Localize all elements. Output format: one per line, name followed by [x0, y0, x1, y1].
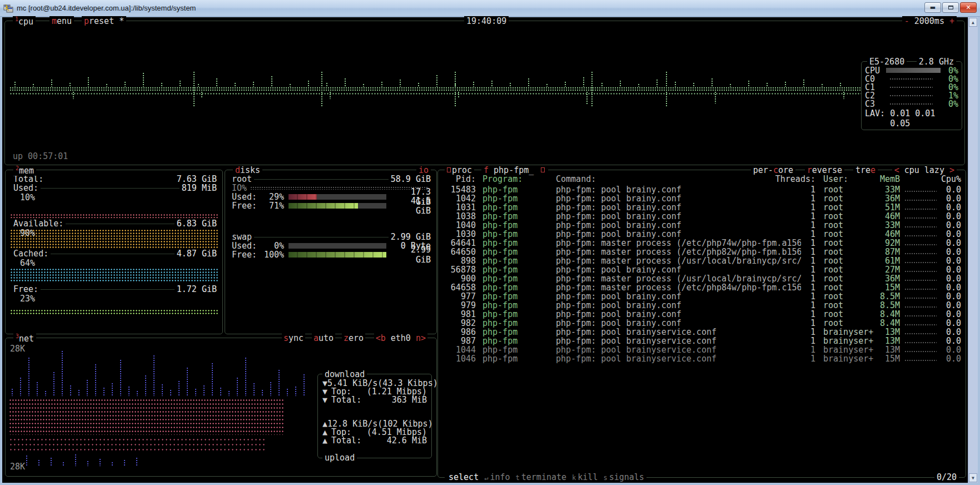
iface-prev-button[interactable]: <b [376, 333, 386, 343]
net-zero-toggle[interactable]: zero [342, 333, 365, 343]
mem-box-toggle[interactable]: 2mem [13, 165, 36, 176]
cpu-box: 1cpu menu preset * 19:40:09 - 2000ms + u… [4, 21, 965, 165]
mem-cached-percent: 64% [6, 258, 222, 267]
update-interval: - 2000ms + [902, 16, 957, 26]
proc-box: proc f php-fpm_ per-core reverse tree < … [437, 170, 966, 478]
process-cpu-minigraph [904, 199, 937, 202]
process-row[interactable]: 987 php-fpm php-fpm: pool brainyservice.… [438, 336, 966, 345]
process-row[interactable]: 15483 php-fpm php-fpm: pool brainy.conf … [438, 185, 966, 194]
terminal-scrollbar[interactable]: ▲ ▼ [968, 17, 978, 483]
mem-free-percent: 23% [6, 294, 222, 303]
swap-used-bar [288, 243, 386, 249]
process-row[interactable]: 1038 php-fpm php-fpm: pool brainy.conf 1… [438, 212, 966, 221]
process-rows: 15483 php-fpm php-fpm: pool brainy.conf … [438, 185, 966, 363]
io-mode-toggle[interactable]: io [416, 165, 431, 175]
minimize-button[interactable]: ▬ [924, 2, 941, 13]
footer-action[interactable]: tterminate [516, 472, 567, 482]
process-row[interactable]: 900 php-fpm php-fpm: master process (/us… [438, 274, 966, 283]
clear-filter-button[interactable] [541, 167, 545, 172]
process-row[interactable]: 1040 php-fpm php-fpm: pool brainy.conf 1… [438, 221, 966, 230]
window-titlebar[interactable]: mc [root@ub24.itdeveloper.com.ua]:/lib/s… [0, 0, 980, 17]
process-row[interactable]: 1042 php-fpm php-fpm: pool brainy.conf 1… [438, 194, 966, 203]
core-graph [889, 95, 933, 97]
process-cpu-minigraph [904, 350, 937, 353]
disk-used-bar [288, 194, 386, 200]
swap-free-row: Free:100% 2.99 GiB [225, 250, 436, 259]
interval-minus-button[interactable]: - [904, 16, 909, 26]
disk-name-row: root58.9 GiB [225, 175, 436, 184]
reverse-toggle[interactable]: reverse [805, 165, 844, 175]
process-threads: 1 [801, 354, 815, 364]
cpu-frequency: 2.8 GHz [917, 57, 956, 67]
mem-cached-row: Cached:4.87 GiB [6, 249, 222, 258]
preset-button[interactable]: preset * [82, 16, 126, 26]
putty-icon [3, 4, 13, 13]
process-row[interactable]: 64650 php-fpm php-fpm: master process (/… [438, 248, 966, 256]
core-graph [889, 86, 933, 89]
mem-cached-graph [10, 268, 218, 283]
core-graph [889, 78, 933, 81]
process-pid: 1046 [438, 354, 476, 364]
up-arrow-icon: ▲ [322, 435, 331, 446]
process-row[interactable]: 64658 php-fpm php-fpm: master process (/… [438, 283, 966, 292]
process-cpu-minigraph [904, 306, 937, 309]
selection-counter: 0/20 [934, 472, 959, 482]
interval-value: 2000ms [914, 16, 944, 26]
process-cpu-minigraph [904, 261, 937, 264]
process-cpu-minigraph [904, 208, 937, 211]
tree-toggle[interactable]: tree [853, 165, 878, 175]
iface-name: eth0 [391, 333, 411, 343]
sort-prev-button[interactable]: < [894, 165, 899, 175]
net-upload-scale: 28K [10, 462, 25, 472]
process-cpu: 0.0 [941, 354, 966, 364]
net-download-scale: 28K [10, 344, 25, 354]
process-row[interactable]: 64641 php-fpm php-fpm: master process (/… [438, 239, 966, 248]
proc-box-toggle[interactable]: proc [445, 165, 474, 175]
load-average: LAV: 0.01 0.01 0.05 [862, 108, 962, 128]
process-row[interactable]: 977 php-fpm php-fpm: pool brainy.conf 1 … [438, 292, 966, 301]
process-cpu-minigraph [904, 342, 937, 344]
close-button[interactable]: ✕ [960, 2, 977, 13]
process-row[interactable]: 1030 php-fpm php-fpm: pool brainy.conf 1… [438, 230, 966, 239]
process-cpu-minigraph [904, 217, 937, 220]
process-command: php-fpm: pool brainyservice.conf [549, 354, 801, 364]
cpu-model: E5-2680 [867, 57, 907, 67]
footer-action[interactable]: select [447, 472, 479, 482]
scroll-up-button[interactable]: ▲ [969, 18, 977, 27]
terminal: 1cpu menu preset * 19:40:09 - 2000ms + u… [2, 17, 968, 483]
mem-box: 2mem Total:7.63 GiB Used:819 MiB 10% Ava… [5, 170, 223, 334]
process-row[interactable]: 979 php-fpm php-fpm: pool brainy.conf 1 … [438, 301, 966, 310]
core-row: C3 0% [862, 100, 962, 108]
process-row[interactable]: 898 php-fpm php-fpm: master process (/us… [438, 256, 966, 265]
footer-action[interactable]: ssignals [603, 472, 644, 482]
sort-next-button[interactable]: > [949, 165, 954, 175]
window-title: mc [root@ub24.itdeveloper.com.ua]:/lib/s… [17, 4, 196, 12]
maximize-button[interactable] [942, 2, 959, 13]
cpu-total-bar [886, 68, 941, 73]
net-traffic-graph [9, 343, 316, 472]
iface-next-button[interactable]: n> [416, 333, 426, 343]
process-row[interactable]: 981 php-fpm php-fpm: pool brainy.conf 1 … [438, 310, 966, 319]
net-sync-toggle[interactable]: sync [282, 333, 305, 343]
interval-plus-button[interactable]: + [949, 16, 954, 26]
per-core-toggle[interactable]: per-core [751, 165, 795, 175]
proc-box-number [447, 167, 451, 172]
process-row[interactable]: 1046 php-fpm php-fpm: pool brainyservice… [438, 354, 966, 363]
process-row[interactable]: 1044 php-fpm php-fpm: pool brainyservice… [438, 345, 966, 354]
disks-box-toggle[interactable]: disks [233, 165, 262, 175]
net-auto-toggle[interactable]: auto [312, 333, 335, 343]
process-cpu-minigraph [904, 253, 937, 255]
footer-action[interactable]: ↵info [484, 472, 510, 482]
cpu-box-toggle[interactable]: 1cpu [13, 16, 36, 27]
process-cpu-minigraph [904, 244, 937, 246]
process-row[interactable]: 986 php-fpm php-fpm: pool brainyservice.… [438, 328, 966, 336]
scroll-down-button[interactable]: ▼ [969, 473, 977, 482]
process-row[interactable]: 982 php-fpm php-fpm: pool brainy.conf 1 … [438, 319, 966, 328]
filter-input[interactable]: f php-fpm_ [481, 165, 548, 175]
process-row[interactable]: 1031 php-fpm php-fpm: pool brainy.conf 1… [438, 203, 966, 212]
footer-action[interactable]: kkill [572, 472, 598, 482]
menu-button[interactable]: menu [49, 16, 74, 26]
process-row[interactable]: 56878 php-fpm php-fpm: pool brainy.conf … [438, 265, 966, 274]
putty-window: mc [root@ub24.itdeveloper.com.ua]:/lib/s… [0, 0, 980, 485]
net-stats-panel: download upload ▼ 5.41 KiB/s (43.3 Kibps… [317, 374, 432, 458]
